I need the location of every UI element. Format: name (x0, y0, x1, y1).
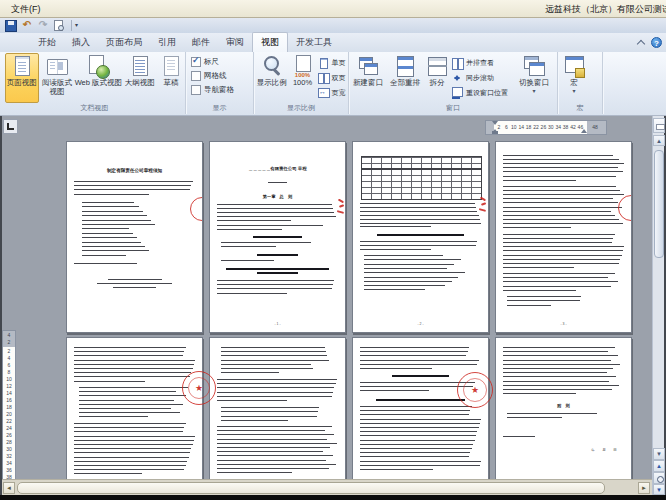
sync-scroll-icon (451, 72, 464, 84)
arrange-all-button[interactable]: 全部重排 (387, 53, 423, 103)
scroll-up-icon[interactable]: ▲ (653, 135, 665, 146)
scroll-left-icon[interactable]: ◄ (3, 482, 15, 494)
document-page-8[interactable]: 附 则年 月 日 (495, 337, 632, 479)
next-page-button[interactable]: ▼ (653, 484, 665, 495)
titlebar: 文件(F) 远益科技（北京）有限公司测试 (0, 0, 666, 18)
text-line (503, 376, 616, 377)
document-page-3[interactable]: - 2 - (352, 141, 489, 333)
save-icon[interactable] (4, 19, 18, 32)
tab-插入[interactable]: 插入 (64, 33, 98, 52)
scroll-down-icon[interactable]: ▼ (653, 448, 665, 460)
outline-view-button[interactable]: 大纲视图 (122, 53, 157, 103)
tab-页面布局[interactable]: 页面布局 (98, 33, 150, 52)
text-line (82, 237, 137, 238)
text-line (82, 211, 143, 212)
text-line (503, 351, 608, 352)
document-page-1[interactable]: 制定有限责任公司章程须知 (66, 141, 203, 333)
web-layout-view-button[interactable]: Web 版式视图 (75, 53, 121, 103)
tab-开始[interactable]: 开始 (30, 33, 64, 52)
text-line (82, 233, 133, 234)
text-line (360, 469, 434, 470)
text-line (360, 207, 476, 208)
document-page-2[interactable]: ＿＿＿＿＿有限责任公司 章程第一章 总 则- 1 - (209, 141, 346, 333)
text-line (221, 246, 276, 247)
text-line (221, 364, 311, 365)
tab-审阅[interactable]: 审阅 (218, 33, 252, 52)
switch-windows-icon (521, 54, 547, 79)
horizontal-scrollbar[interactable]: ◄► (2, 479, 652, 496)
one-page-button[interactable]: 单页 (317, 55, 349, 70)
macros-button[interactable]: 宏▾ (559, 53, 589, 103)
scroll-right-icon[interactable]: ► (638, 482, 650, 494)
text-line (507, 413, 597, 414)
ruler-checkbox[interactable]: ✓标尺 (191, 55, 234, 69)
text-line (217, 430, 325, 431)
two-pages-button[interactable]: 双页 (317, 70, 349, 85)
vertical-ruler[interactable]: 422468101214161820222426283032343638 (2, 330, 16, 479)
vertical-scrollbar[interactable]: ▲▼▲▼ (652, 116, 664, 495)
text-line (503, 242, 612, 243)
print-layout-view-button[interactable]: 页面视图 (5, 53, 39, 103)
text-line (507, 305, 551, 306)
ruler-toggle-button[interactable] (653, 118, 665, 133)
print-preview-icon[interactable] (52, 19, 66, 32)
table (361, 156, 482, 200)
file-menu[interactable]: 文件(F) (6, 2, 46, 17)
text-line (503, 281, 618, 282)
draft-view-button[interactable]: 草稿 (158, 53, 184, 103)
text-line (221, 411, 318, 412)
seal-star-icon: ★ (183, 383, 215, 393)
help-icon[interactable]: ? (651, 37, 662, 48)
view-side-by-side-button[interactable]: 并排查看 (451, 55, 517, 70)
checkbox (191, 85, 201, 95)
switch-windows-button[interactable]: 切换窗口▾ (517, 53, 551, 103)
tab-引用[interactable]: 引用 (150, 33, 184, 52)
gridlines-checkbox[interactable]: 网格线 (191, 69, 234, 83)
text-line (507, 300, 580, 301)
ribbon-group-label: 文档视图 (4, 103, 185, 113)
page-width-button[interactable]: 页宽 (317, 85, 349, 100)
text-line (503, 263, 619, 264)
previous-page-button[interactable]: ▲ (653, 460, 665, 472)
text-line (221, 416, 317, 417)
right-indent-marker[interactable] (581, 126, 587, 133)
collapse-ribbon-icon[interactable] (636, 39, 646, 47)
qat-more-icon[interactable]: ▾ (75, 19, 78, 32)
new-window-button[interactable]: 新建窗口 (350, 53, 386, 103)
full-screen-reading-button[interactable]: 阅读版式视图 (40, 53, 75, 103)
ruler-number: 20 (3, 411, 15, 417)
text-line (74, 440, 194, 441)
document-page-5[interactable] (66, 337, 203, 479)
horizontal-scroll-thumb[interactable] (17, 482, 605, 494)
split-button[interactable]: 拆分 (424, 53, 450, 103)
vertical-scroll-thumb[interactable] (654, 150, 664, 258)
redo-icon[interactable]: ↷ (36, 19, 50, 32)
text-line (217, 400, 287, 401)
tab-视图[interactable]: 视图 (252, 32, 288, 52)
left-indent-marker[interactable] (492, 131, 498, 134)
synchronous-scrolling-button[interactable]: 同步滚动 (451, 70, 517, 85)
text-line (221, 407, 320, 408)
button-label: 双页 (332, 73, 346, 83)
text-line (360, 431, 477, 432)
tab-stop-selector[interactable] (3, 119, 18, 134)
document-page-7[interactable] (352, 337, 489, 479)
text-line (74, 364, 194, 365)
horizontal-ruler[interactable]: 261014182226303438424648 (485, 120, 607, 135)
zoom-100-icon (290, 54, 316, 79)
reset-window-position-button[interactable]: 重设窗口位置 (451, 85, 517, 100)
draft-view-icon (158, 54, 184, 79)
text-line (74, 263, 138, 264)
zoom-100-button[interactable]: 100% (290, 53, 316, 103)
select-browse-object-button[interactable] (653, 472, 665, 484)
navigation-pane-checkbox[interactable]: 导航窗格 (191, 83, 234, 97)
text-line (503, 259, 620, 260)
page-number-footer: - 2 - (353, 322, 488, 326)
button-label: 大纲视图 (125, 79, 155, 88)
document-page-4[interactable]: - 3 - (495, 141, 632, 333)
zoom-button[interactable]: 显示比例 (255, 53, 289, 103)
tab-开发工具[interactable]: 开发工具 (288, 33, 340, 52)
undo-icon[interactable]: ↶ (20, 19, 34, 32)
document-page-6[interactable] (209, 337, 346, 479)
tab-邮件[interactable]: 邮件 (184, 33, 218, 52)
